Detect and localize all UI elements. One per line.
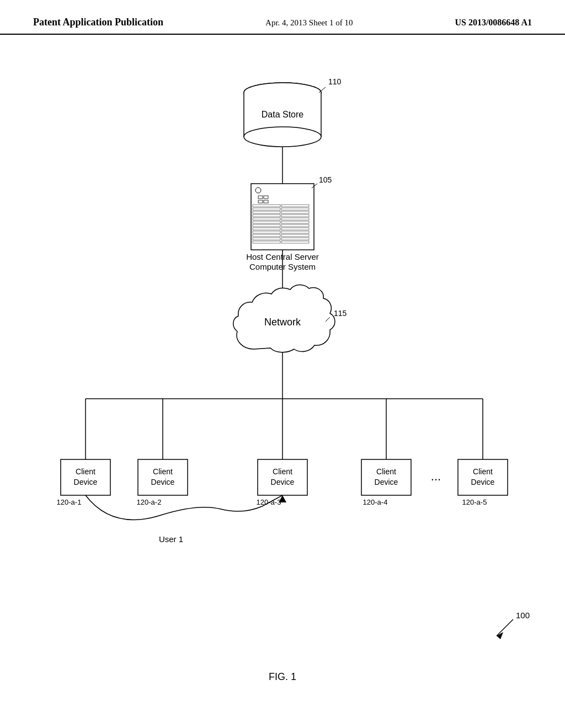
client3-label2: Device: [271, 478, 295, 486]
patent-number: US 2013/0086648 A1: [455, 18, 532, 28]
diagram-area: Data Store 110: [0, 35, 565, 708]
network-label: Network: [264, 317, 301, 328]
ref-120-a-1: 120-a-1: [57, 498, 82, 506]
ref-110: 110: [328, 77, 342, 86]
ref-120-a-3: 120-a-3: [257, 498, 281, 506]
data-store-label: Data Store: [262, 110, 304, 119]
ref-105: 105: [319, 175, 332, 184]
patent-diagram: Data Store 110: [0, 35, 565, 708]
ref-120-a-5: 120-a-5: [462, 498, 487, 506]
client1-label1: Client: [76, 467, 95, 476]
ref-100: 100: [516, 611, 530, 620]
client4-label1: Client: [376, 467, 396, 476]
client2-label2: Device: [151, 478, 175, 486]
client1-label2: Device: [74, 478, 98, 486]
ref-115: 115: [334, 309, 347, 318]
fig-label: FIG. 1: [269, 671, 296, 682]
page-header: Patent Application Publication Apr. 4, 2…: [0, 0, 565, 35]
ref-120-a-2: 120-a-2: [137, 498, 162, 506]
user1-label: User 1: [159, 534, 183, 544]
sheet-info: Apr. 4, 2013 Sheet 1 of 10: [265, 18, 353, 28]
svg-line-54: [497, 619, 513, 636]
client3-label1: Client: [273, 467, 292, 476]
client2-label1: Client: [153, 467, 173, 476]
client5-label1: Client: [473, 467, 493, 476]
publication-title: Patent Application Publication: [33, 17, 163, 28]
svg-point-4: [244, 127, 321, 147]
ref-120-a-4: 120-a-4: [363, 498, 388, 506]
ellipsis: ...: [431, 469, 441, 483]
client4-label2: Device: [375, 478, 398, 486]
client5-label2: Device: [471, 478, 495, 486]
